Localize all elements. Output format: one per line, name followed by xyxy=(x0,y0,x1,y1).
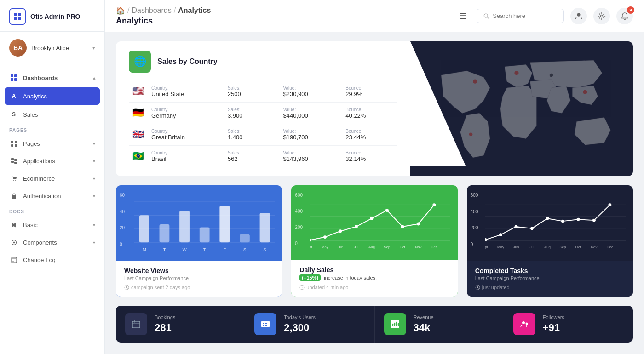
bookings-value: 281 xyxy=(155,322,175,334)
svg-point-29 xyxy=(473,79,477,83)
changelog-icon xyxy=(9,255,18,264)
svg-point-17 xyxy=(15,180,16,181)
country-flag: 🇺🇸 xyxy=(132,86,144,96)
svg-text:Oct: Oct xyxy=(575,245,581,249)
sidebar-item-pages[interactable]: Pages ▾ xyxy=(0,135,104,152)
components-icon xyxy=(9,238,18,247)
svg-rect-12 xyxy=(11,158,14,160)
website-time-text: campaign sent 2 days ago xyxy=(131,285,190,290)
sidebar-dashboards-label: Dashboards xyxy=(23,74,58,81)
breadcrumb-dashboards[interactable]: Dashboards xyxy=(132,6,171,15)
country-flag: 🇩🇪 xyxy=(132,108,144,118)
svg-text:Aug: Aug xyxy=(544,245,551,249)
website-footer: Website Views Last Campaign Performance … xyxy=(116,261,282,297)
daily-time: updated 4 min ago xyxy=(299,285,449,290)
sidebar-item-ecommerce[interactable]: Ecommerce ▾ xyxy=(0,170,104,187)
svg-rect-0 xyxy=(14,13,17,16)
tasks-chart-area: 600 400 200 0 xyxy=(467,185,633,261)
notifications-btn[interactable]: 9 xyxy=(616,8,633,24)
bookings-label: Bookings xyxy=(155,314,175,320)
svg-rect-5 xyxy=(14,74,17,77)
breadcrumb-analytics: Analytics xyxy=(178,6,211,15)
svg-rect-18 xyxy=(12,195,16,199)
sidebar-item-analytics[interactable]: A Analytics xyxy=(5,87,100,105)
table-row: 🇬🇧 Country: Great Britain Sales: 1.400 V… xyxy=(129,124,397,146)
sidebar-pages-label: Pages xyxy=(23,140,40,147)
sales-country-title: Sales by Country xyxy=(157,57,218,66)
logo-text: Otis Admin PRO xyxy=(30,13,80,20)
applications-icon xyxy=(9,156,18,166)
daily-footer: Daily Sales (+15%) increase in today sal… xyxy=(291,260,457,297)
sidebar-item-components[interactable]: Components ▾ xyxy=(0,234,104,251)
svg-text:May: May xyxy=(322,245,328,249)
svg-rect-111 xyxy=(265,323,267,324)
daily-sales-card: 600 400 200 0 xyxy=(291,185,457,297)
svg-text:+: + xyxy=(525,324,528,328)
sidebar-logo: Otis Admin PRO xyxy=(0,0,104,32)
followers-label: Followers xyxy=(543,314,564,320)
stat-users: Today's Users 2,300 xyxy=(245,306,374,343)
website-y-labels: 60 40 20 0 xyxy=(120,193,125,247)
sales-letter-icon: S xyxy=(9,110,18,119)
stat-bookings: Bookings 281 xyxy=(116,306,245,343)
svg-point-62 xyxy=(355,225,358,228)
sidebar-item-authentication[interactable]: Authentication ▾ xyxy=(0,187,104,205)
daily-title: Daily Sales xyxy=(299,266,334,274)
svg-text:Aug: Aug xyxy=(368,245,375,249)
settings-icon-btn[interactable] xyxy=(593,8,610,24)
search-box[interactable] xyxy=(477,9,564,23)
country-flag: 🇧🇷 xyxy=(132,151,144,161)
sidebar-item-dashboards[interactable]: Dashboards ▴ xyxy=(0,69,104,86)
svg-point-20 xyxy=(13,241,15,243)
svg-point-91 xyxy=(592,219,596,222)
svg-point-59 xyxy=(310,239,311,242)
sidebar-item-applications[interactable]: Applications ▾ xyxy=(0,152,104,170)
svg-rect-113 xyxy=(265,325,267,326)
main-content: 🏠 / Dashboards / Analytics Analytics ☰ xyxy=(105,0,644,354)
sidebar-nav: Dashboards ▴ A Analytics S Sales PAGES P xyxy=(0,64,104,354)
basic-icon xyxy=(9,220,18,229)
topbar: 🏠 / Dashboards / Analytics Analytics ☰ xyxy=(105,0,644,32)
sidebar-auth-label: Authentication xyxy=(23,193,61,200)
auth-icon xyxy=(9,191,18,200)
svg-point-30 xyxy=(514,71,518,75)
chevron-down-icon: ▾ xyxy=(92,45,95,51)
page-title: Analytics xyxy=(116,16,211,26)
sales-country-card: 🌐 Sales by Country 🇺🇸 Country: United St… xyxy=(116,41,633,176)
svg-point-64 xyxy=(385,209,389,212)
globe-icon: 🌐 xyxy=(129,51,151,73)
website-views-card: 60 40 20 0 xyxy=(116,185,282,297)
search-input[interactable] xyxy=(493,12,557,19)
ecommerce-icon xyxy=(9,174,18,183)
svg-point-66 xyxy=(417,223,420,226)
breadcrumb: 🏠 / Dashboards / Analytics xyxy=(116,6,211,15)
svg-point-28 xyxy=(601,15,603,17)
charts-row: 60 40 20 0 xyxy=(116,185,633,297)
svg-rect-43 xyxy=(240,234,250,242)
sidebar-item-basic[interactable]: Basic ▾ xyxy=(0,216,104,234)
sidebar-user[interactable]: BA Brooklyn Alice ▾ xyxy=(0,32,104,64)
sidebar-item-changelog[interactable]: Change Log xyxy=(0,251,104,268)
svg-text:May: May xyxy=(497,245,504,249)
sidebar: Otis Admin PRO BA Brooklyn Alice ▾ Dashb… xyxy=(0,0,105,354)
sidebar-basic-label: Basic xyxy=(23,222,38,228)
svg-point-27 xyxy=(577,13,581,16)
svg-point-61 xyxy=(339,229,342,233)
svg-text:F: F xyxy=(223,247,226,252)
svg-line-79 xyxy=(302,287,303,288)
sidebar-item-sales[interactable]: S Sales xyxy=(0,106,104,123)
world-map xyxy=(410,41,633,176)
pages-icon xyxy=(9,139,18,148)
svg-point-16 xyxy=(13,180,14,181)
avatar: BA xyxy=(9,39,27,57)
hamburger-icon[interactable]: ☰ xyxy=(459,11,466,21)
svg-rect-112 xyxy=(263,325,264,326)
svg-rect-4 xyxy=(11,74,13,77)
stat-followers: + Followers +91 xyxy=(504,306,633,343)
svg-rect-42 xyxy=(219,206,230,243)
followers-icon: + xyxy=(513,313,535,335)
profile-icon-btn[interactable] xyxy=(570,8,587,24)
svg-rect-105 xyxy=(132,321,140,328)
svg-text:Nov: Nov xyxy=(415,245,422,249)
chevron-up-icon: ▴ xyxy=(93,75,95,80)
